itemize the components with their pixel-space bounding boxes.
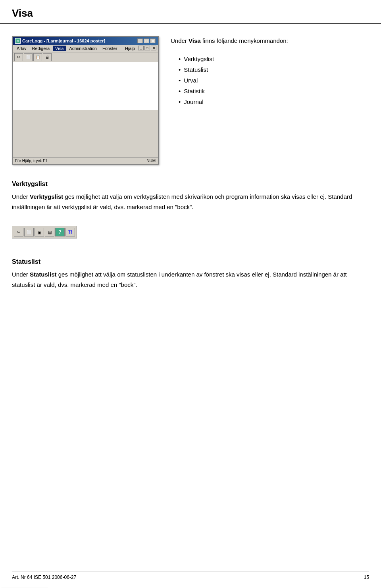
menu-close-btn[interactable]: ✕ [151, 46, 156, 50]
bullet-verktygslist: Verktygslist [179, 54, 369, 64]
intro-text-under: Under [171, 37, 189, 44]
intro-bold-visa: Visa [189, 37, 201, 44]
footer-left: Art. Nr 64 ISE 501 2006-06-27 [12, 575, 76, 580]
tb-print-icon: ▤ [45, 228, 54, 236]
app-icon: C [15, 38, 21, 44]
toolbar-paste[interactable]: 📋 [33, 53, 42, 61]
verktygslist-heading: Verktygslist [12, 181, 369, 188]
statusbar-help: För Hjälp, tryck F1 [15, 159, 48, 163]
bullet-statuslist: Statuslist [179, 64, 369, 75]
window-controls: _ □ ✕ [137, 38, 156, 43]
menu-bullets: Verktygslist Statuslist Urval Statistik … [179, 54, 369, 107]
tb-help2-icon: ⁇ [65, 228, 75, 236]
win-titlebar: C CareLogg - [Larmjournal - 16024 poster… [13, 37, 158, 45]
win-body [13, 62, 158, 110]
menu-redigera[interactable]: Redigera [29, 46, 52, 51]
menu-administration[interactable]: Administration [67, 46, 99, 51]
menu-restore-btn[interactable]: □ [144, 46, 150, 50]
toolbar-print[interactable]: 🖨 [43, 53, 52, 61]
tb-cut-icon: ✂ [14, 228, 23, 236]
sl-bold: Statuslist [30, 271, 57, 278]
page-footer: Art. Nr 64 ISE 501 2006-06-27 15 [12, 571, 369, 580]
footer-right: 15 [364, 575, 369, 580]
intro-paragraph: Under Visa finns följande menykommandon: [171, 36, 369, 46]
page-title: Visa [12, 7, 33, 19]
toolbar-buttons-row: ✂ ⬜ ▣ ▤ ? ⁇ [14, 228, 75, 236]
sl-rest: ges möjlighet att välja om statuslisten … [12, 271, 347, 288]
close-btn[interactable]: ✕ [150, 38, 156, 43]
statuslist-section: Statuslist Under Statuslist ges möjlighe… [12, 258, 369, 290]
win-toolbar: ✂ ⬜ 📋 🖨 [13, 52, 158, 62]
win-menubar: Arkiv Redigera Visa Verktygslist Statusl… [13, 45, 158, 52]
vt-rest: ges möjlighet att välja om verktygsliste… [12, 193, 352, 210]
verktygslist-text-para: Under Verktygslist ges möjlighet att väl… [12, 192, 369, 212]
titlebar-left: C CareLogg - [Larmjournal - 16024 poster… [15, 38, 105, 44]
minimize-btn[interactable]: _ [137, 38, 143, 43]
verktygslist-section: Verktygslist Under Verktygslist ges möjl… [12, 181, 369, 246]
sl-under: Under [12, 271, 30, 278]
menu-arkiv[interactable]: Arkiv [14, 46, 29, 51]
main-content: C CareLogg - [Larmjournal - 16024 poster… [0, 24, 381, 307]
toolbar-screenshot: ✂ ⬜ ▣ ▤ ? ⁇ [12, 226, 77, 238]
menu-hjalp[interactable]: Hjälp [123, 46, 137, 51]
win-window: C CareLogg - [Larmjournal - 16024 poster… [12, 36, 159, 165]
bullet-urval: Urval [179, 75, 369, 86]
toolbar-cut[interactable]: ✂ [14, 53, 23, 61]
bullet-journal: Journal [179, 96, 369, 107]
tb-copy-icon: ⬜ [24, 228, 34, 236]
vt-under: Under [12, 193, 30, 200]
statusbar-num: NUM [146, 159, 156, 163]
window-title: CareLogg - [Larmjournal - 16024 poster] [22, 38, 105, 43]
bullet-statistik: Statistik [179, 86, 369, 96]
menu-visa[interactable]: Visa Verktygslist Statuslist Urval Stati… [53, 46, 66, 51]
restore-btn[interactable]: □ [144, 38, 149, 43]
tb-help-icon: ? [55, 228, 65, 236]
text-content: Under Visa finns följande menykommandon:… [171, 36, 369, 115]
content-block: C CareLogg - [Larmjournal - 16024 poster… [12, 36, 369, 173]
tb-paste-icon: ▣ [35, 228, 44, 236]
intro-rest: finns följande menykommandon: [202, 37, 288, 44]
menu-fonster[interactable]: Fönster [100, 46, 119, 51]
statuslist-text-para: Under Statuslist ges möjlighet att välja… [12, 269, 369, 290]
menu-minimize-btn[interactable]: _ [138, 46, 144, 50]
toolbar-copy[interactable]: ⬜ [24, 53, 33, 61]
win-statusbar: För Hjälp, tryck F1 NUM [13, 158, 158, 164]
statuslist-heading: Statuslist [12, 258, 369, 265]
screenshot-area: C CareLogg - [Larmjournal - 16024 poster… [12, 36, 159, 165]
vt-bold: Verktygslist [30, 193, 63, 200]
page-header: Visa [0, 0, 381, 24]
